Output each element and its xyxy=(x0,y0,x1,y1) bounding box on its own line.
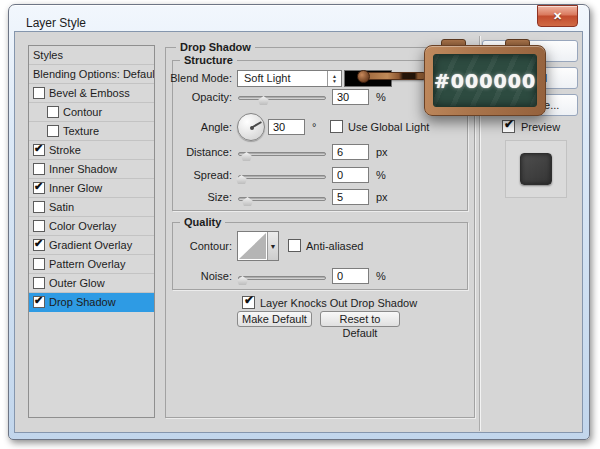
sidebar-item-satin[interactable]: Satin xyxy=(29,198,154,217)
preview-thumbnail xyxy=(520,153,552,185)
sidebar-item-blending-options[interactable]: Blending Options: Default xyxy=(29,65,154,84)
blend-mode-select[interactable]: Soft Light ▲▼ xyxy=(237,70,342,87)
checkbox-stroke[interactable]: ✔ xyxy=(33,144,45,156)
angle-dial[interactable] xyxy=(237,113,265,141)
chalkboard-frame: #000000 xyxy=(424,45,546,116)
sidebar-item-outer-glow[interactable]: Outer Glow xyxy=(29,274,154,293)
checkbox-bevel-emboss[interactable] xyxy=(33,87,45,99)
hex-color-text: #000000 xyxy=(434,70,536,92)
sidebar-item-inner-glow[interactable]: ✔Inner Glow xyxy=(29,179,154,198)
distance-unit: px xyxy=(376,145,388,160)
close-button[interactable]: ✕ xyxy=(537,5,578,27)
noise-input[interactable] xyxy=(332,268,369,284)
noise-unit: % xyxy=(376,269,386,284)
sidebar-item-drop-shadow[interactable]: ✔Drop Shadow xyxy=(29,293,154,312)
blend-mode-value: Soft Light xyxy=(238,71,327,86)
size-label: Size: xyxy=(150,190,232,205)
preview-label: Preview xyxy=(521,120,560,135)
sidebar-item-pattern-overlay[interactable]: Pattern Overlay xyxy=(29,255,154,274)
anti-aliased-checkbox[interactable] xyxy=(288,239,301,252)
sidebar-item-contour[interactable]: Contour xyxy=(29,103,154,122)
contour-picker[interactable]: ▼ xyxy=(237,231,279,261)
noise-label: Noise: xyxy=(150,269,232,284)
size-unit: px xyxy=(376,190,388,205)
chalkboard: #000000 xyxy=(433,54,537,107)
use-global-light-checkbox[interactable] xyxy=(330,120,343,133)
contour-label: Contour: xyxy=(150,239,232,254)
distance-input[interactable] xyxy=(332,144,369,160)
opacity-slider-track[interactable] xyxy=(238,96,326,100)
pointer-stick-tip xyxy=(357,70,370,83)
checkbox-pattern-overlay[interactable] xyxy=(33,258,45,270)
styles-header: Styles xyxy=(29,46,154,65)
size-input[interactable] xyxy=(332,189,369,205)
sidebar-item-inner-shadow[interactable]: Inner Shadow xyxy=(29,160,154,179)
pointer-stick xyxy=(366,72,426,80)
angle-dial-center xyxy=(250,126,254,130)
check-icon: ✔ xyxy=(34,180,43,192)
close-icon: ✕ xyxy=(553,10,562,22)
contour-linear-shape xyxy=(239,233,266,259)
noise-slider-track[interactable] xyxy=(238,276,326,280)
screenshot-stage: Layer Style ✕ Styles Blending Options: D… xyxy=(0,0,600,449)
checkbox-outer-glow[interactable] xyxy=(33,277,45,289)
use-global-light-label: Use Global Light xyxy=(348,120,429,135)
checkbox-gradient-overlay[interactable]: ✔ xyxy=(33,239,45,251)
opacity-input[interactable] xyxy=(332,89,369,105)
opacity-label: Opacity: xyxy=(150,90,232,105)
anti-aliased-label: Anti-aliased xyxy=(306,239,363,254)
contour-dropdown-arrow-icon[interactable]: ▼ xyxy=(267,232,278,260)
checkbox-drop-shadow[interactable]: ✔ xyxy=(33,296,45,308)
structure-legend: Structure xyxy=(180,54,237,67)
preview-checkbox[interactable]: ✔ xyxy=(502,120,515,133)
check-icon: ✔ xyxy=(34,294,43,306)
blend-mode-label: Blend Mode: xyxy=(150,71,232,86)
checkbox-inner-shadow[interactable] xyxy=(33,163,45,175)
checkbox-inner-glow[interactable]: ✔ xyxy=(33,182,45,194)
spread-label: Spread: xyxy=(150,168,232,183)
panel-title: Drop Shadow xyxy=(176,41,255,54)
styles-list: Styles Blending Options: Default Bevel &… xyxy=(28,45,155,418)
contour-thumbnail[interactable] xyxy=(238,232,267,260)
sidebar-item-gradient-overlay[interactable]: ✔Gradient Overlay xyxy=(29,236,154,255)
spread-unit: % xyxy=(376,168,386,183)
angle-input[interactable] xyxy=(268,119,305,135)
layer-knocks-out-label: Layer Knocks Out Drop Shadow xyxy=(260,296,417,311)
sidebar-item-texture[interactable]: Texture xyxy=(29,122,154,141)
check-icon: ✔ xyxy=(34,142,43,154)
window-title: Layer Style xyxy=(26,16,86,30)
sidebar-item-stroke[interactable]: ✔Stroke xyxy=(29,141,154,160)
distance-slider-track[interactable] xyxy=(238,152,326,156)
sidebar-item-color-overlay[interactable]: Color Overlay xyxy=(29,217,154,236)
updown-icon: ▲▼ xyxy=(327,71,341,86)
reset-to-default-button[interactable]: Reset to Default xyxy=(320,311,400,327)
opacity-unit: % xyxy=(376,90,386,105)
checkbox-color-overlay[interactable] xyxy=(33,220,45,232)
check-icon: ✔ xyxy=(504,117,514,131)
quality-legend: Quality xyxy=(180,216,225,229)
layer-knocks-out-checkbox[interactable]: ✔ xyxy=(242,296,255,309)
check-icon: ✔ xyxy=(34,237,43,249)
spread-input[interactable] xyxy=(332,167,369,183)
check-icon: ✔ xyxy=(244,293,254,307)
checkbox-contour[interactable] xyxy=(47,106,59,118)
checkbox-satin[interactable] xyxy=(33,201,45,213)
sidebar-item-bevel-emboss[interactable]: Bevel & Emboss xyxy=(29,84,154,103)
checkbox-texture[interactable] xyxy=(47,125,59,137)
spread-slider-track[interactable] xyxy=(238,175,326,179)
distance-label: Distance: xyxy=(150,145,232,160)
angle-label: Angle: xyxy=(150,120,232,135)
make-default-button[interactable]: Make Default xyxy=(237,311,312,327)
angle-unit: ° xyxy=(312,120,316,135)
